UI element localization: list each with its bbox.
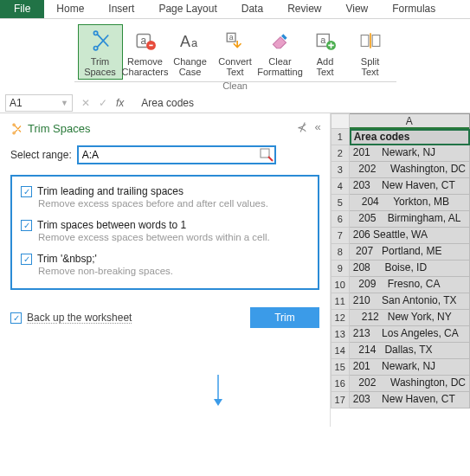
row-header[interactable]: 13 bbox=[331, 326, 350, 343]
spreadsheet[interactable]: A 1Area codes2201 Newark, NJ3 202 Washin… bbox=[331, 113, 470, 427]
row-header[interactable]: 9 bbox=[331, 261, 350, 277]
column-header-a[interactable]: A bbox=[350, 113, 470, 129]
tab-file[interactable]: File bbox=[0, 0, 44, 18]
tab-insert[interactable]: Insert bbox=[96, 0, 146, 18]
table-row: 3 202 Washington, DC bbox=[331, 162, 470, 178]
remove-characters-button[interactable]: a Remove Characters bbox=[123, 24, 168, 80]
svg-rect-12 bbox=[261, 149, 269, 158]
row-header[interactable]: 10 bbox=[331, 277, 350, 293]
trim-spaces-button[interactable]: Trim Spaces bbox=[78, 24, 123, 80]
cell[interactable]: 208 Boise, ID bbox=[350, 261, 470, 277]
row-header[interactable]: 15 bbox=[331, 359, 350, 376]
table-row: 2201 Newark, NJ bbox=[331, 145, 470, 162]
table-row: 9208 Boise, ID bbox=[331, 261, 470, 277]
row-header[interactable]: 4 bbox=[331, 178, 350, 195]
checkbox-trim-between[interactable]: ✓ bbox=[21, 220, 32, 231]
formula-buttons: ✕ ✓ fx bbox=[76, 97, 129, 109]
cell[interactable]: 210 San Antonio, TX bbox=[350, 293, 470, 310]
add-text-button[interactable]: a Add Text bbox=[303, 24, 348, 80]
trim-button[interactable]: Trim bbox=[250, 307, 319, 328]
cell[interactable]: 209 Fresno, CA bbox=[350, 277, 470, 293]
tab-page-layout[interactable]: Page Layout bbox=[146, 0, 229, 18]
table-row: 16 202 Washington, DC bbox=[331, 376, 470, 392]
split-text-button[interactable]: Split Text bbox=[348, 24, 393, 80]
row-header[interactable]: 6 bbox=[331, 211, 350, 228]
change-case-button[interactable]: Aa Change Case bbox=[168, 24, 213, 80]
trim-spaces-pane: ⊀ « Trim Spaces Select range: ✓ bbox=[0, 113, 331, 427]
row-header[interactable]: 17 bbox=[331, 392, 350, 408]
tab-formulas[interactable]: Formulas bbox=[380, 0, 447, 18]
backup-label: Back up the worksheet bbox=[27, 312, 132, 324]
enter-icon[interactable]: ✓ bbox=[99, 97, 107, 109]
svg-rect-11 bbox=[372, 35, 380, 47]
remove-chars-label: Remove Characters bbox=[122, 56, 169, 77]
checkbox-trim-nbsp[interactable]: ✓ bbox=[21, 254, 32, 265]
row-header[interactable]: 2 bbox=[331, 145, 350, 162]
opt1-title: Trim leading and trailing spaces bbox=[37, 185, 183, 197]
clear-formatting-button[interactable]: Clear Formatting bbox=[258, 24, 303, 80]
opt3-desc: Remove non-breaking spaces. bbox=[38, 266, 309, 276]
row-header[interactable]: 3 bbox=[331, 162, 350, 178]
table-row: 7206 Seattle, WA bbox=[331, 228, 470, 244]
row-header[interactable]: 11 bbox=[331, 293, 350, 310]
ribbon: Trim Spaces a Remove Characters Aa Chang… bbox=[74, 19, 396, 82]
tab-home[interactable]: Home bbox=[44, 0, 96, 18]
cancel-icon[interactable]: ✕ bbox=[81, 97, 90, 109]
cell[interactable]: 201 Newark, NJ bbox=[350, 145, 470, 162]
cell[interactable]: 202 Washington, DC bbox=[350, 162, 470, 178]
table-row: 17203 New Haven, CT bbox=[331, 392, 470, 408]
row-header[interactable]: 7 bbox=[331, 228, 350, 244]
chevron-down-icon[interactable]: ▼ bbox=[61, 99, 68, 107]
tab-data[interactable]: Data bbox=[229, 0, 275, 18]
split-text-label: Split Text bbox=[361, 56, 379, 77]
row-header[interactable]: 14 bbox=[331, 343, 350, 359]
row-header[interactable]: 5 bbox=[331, 195, 350, 211]
row-header[interactable]: 16 bbox=[331, 376, 350, 392]
trim-spaces-label: Trim Spaces bbox=[84, 56, 116, 77]
name-box[interactable]: A1 ▼ bbox=[5, 94, 73, 112]
table-row: 12 212 New York, NY bbox=[331, 310, 470, 326]
cell[interactable]: 214 Dallas, TX bbox=[350, 343, 470, 359]
cell[interactable]: 203 New Haven, CT bbox=[350, 178, 470, 195]
fx-icon[interactable]: fx bbox=[116, 97, 124, 109]
annotation-arrow-icon bbox=[205, 373, 231, 411]
svg-text:a: a bbox=[229, 33, 233, 42]
cell[interactable]: 203 New Haven, CT bbox=[350, 392, 470, 408]
cell[interactable]: 207 Portland, ME bbox=[350, 244, 470, 261]
range-picker-icon[interactable] bbox=[260, 148, 274, 162]
clear-formatting-label: Clear Formatting bbox=[257, 56, 303, 77]
svg-text:a: a bbox=[191, 36, 198, 49]
select-range-input[interactable] bbox=[77, 145, 276, 164]
convert-text-button[interactable]: a Convert Text bbox=[213, 24, 258, 80]
scissors-icon bbox=[89, 27, 112, 55]
table-row: 8 207 Portland, ME bbox=[331, 244, 470, 261]
svg-text:A: A bbox=[180, 33, 190, 50]
row-header[interactable]: 1 bbox=[331, 129, 350, 145]
pane-close-icon[interactable]: « bbox=[314, 120, 320, 134]
svg-text:a: a bbox=[140, 35, 146, 47]
cell[interactable]: 213 Los Angeles, CA bbox=[350, 326, 470, 343]
row-header[interactable]: 12 bbox=[331, 310, 350, 326]
select-all-corner[interactable] bbox=[331, 113, 350, 129]
pane-pin-icon[interactable]: ⊀ bbox=[297, 120, 307, 134]
checkbox-backup[interactable]: ✓ bbox=[10, 312, 22, 324]
cell[interactable]: 206 Seattle, WA bbox=[350, 228, 470, 244]
row-header[interactable]: 8 bbox=[331, 244, 350, 261]
cell[interactable]: 202 Washington, DC bbox=[350, 376, 470, 392]
cell[interactable]: Area codes bbox=[350, 129, 470, 145]
checkbox-trim-leading-trailing[interactable]: ✓ bbox=[21, 186, 32, 197]
cell[interactable]: 201 Newark, NJ bbox=[350, 359, 470, 376]
convert-text-icon: a bbox=[224, 27, 247, 55]
select-range-label: Select range: bbox=[10, 149, 72, 161]
scissors-icon bbox=[10, 123, 23, 135]
opt3-title: Trim '&nbsp;' bbox=[37, 253, 97, 265]
tab-review[interactable]: Review bbox=[275, 0, 333, 18]
cell[interactable]: 204 Yorkton, MB bbox=[350, 195, 470, 211]
svg-rect-10 bbox=[361, 35, 369, 47]
cell[interactable]: 205 Birmingham, AL bbox=[350, 211, 470, 228]
eraser-icon bbox=[268, 27, 293, 55]
cell[interactable]: 212 New York, NY bbox=[350, 310, 470, 326]
tab-view[interactable]: View bbox=[333, 0, 380, 18]
formula-value[interactable]: Area codes bbox=[132, 97, 194, 109]
remove-chars-icon: a bbox=[134, 27, 157, 55]
